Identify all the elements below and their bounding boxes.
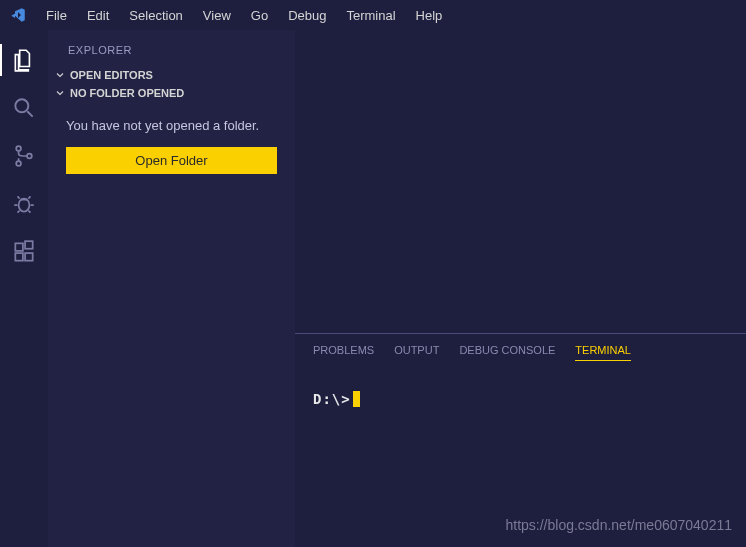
menu-view[interactable]: View bbox=[193, 4, 241, 27]
extensions-icon bbox=[11, 239, 37, 265]
bug-icon bbox=[11, 191, 37, 217]
menu-terminal[interactable]: Terminal bbox=[336, 4, 405, 27]
svg-point-3 bbox=[16, 161, 21, 166]
no-folder-label: NO FOLDER OPENED bbox=[70, 87, 184, 99]
svg-point-4 bbox=[27, 154, 32, 159]
source-control-icon bbox=[11, 143, 37, 169]
chevron-down-icon bbox=[54, 87, 66, 99]
svg-rect-8 bbox=[25, 253, 33, 261]
sidebar: EXPLORER OPEN EDITORS NO FOLDER OPENED Y… bbox=[48, 30, 295, 547]
terminal-cursor bbox=[353, 391, 360, 407]
menu-bar: File Edit Selection View Go Debug Termin… bbox=[36, 4, 452, 27]
menu-edit[interactable]: Edit bbox=[77, 4, 119, 27]
sidebar-title: EXPLORER bbox=[48, 38, 295, 66]
files-icon bbox=[11, 47, 37, 73]
editor-empty bbox=[295, 30, 746, 333]
activity-search[interactable] bbox=[0, 84, 48, 132]
tab-output[interactable]: OUTPUT bbox=[394, 344, 439, 361]
svg-point-0 bbox=[15, 99, 28, 112]
tab-debug-console[interactable]: DEBUG CONSOLE bbox=[459, 344, 555, 361]
tab-terminal[interactable]: TERMINAL bbox=[575, 344, 631, 361]
menu-file[interactable]: File bbox=[36, 4, 77, 27]
open-editors-label: OPEN EDITORS bbox=[70, 69, 153, 81]
menu-help[interactable]: Help bbox=[406, 4, 453, 27]
no-folder-message: You have not yet opened a folder. bbox=[66, 118, 277, 133]
no-folder-section[interactable]: NO FOLDER OPENED bbox=[48, 84, 295, 102]
svg-point-2 bbox=[16, 146, 21, 151]
terminal-prompt: D:\> bbox=[313, 391, 351, 407]
watermark-text: https://blog.csdn.net/me0607040211 bbox=[505, 517, 732, 533]
activity-bar bbox=[0, 30, 48, 547]
panel-tabs: PROBLEMS OUTPUT DEBUG CONSOLE TERMINAL bbox=[295, 334, 746, 371]
search-icon bbox=[11, 95, 37, 121]
menu-go[interactable]: Go bbox=[241, 4, 278, 27]
activity-explorer[interactable] bbox=[0, 36, 48, 84]
terminal-body[interactable]: D:\> bbox=[295, 371, 746, 427]
svg-line-1 bbox=[27, 111, 32, 116]
svg-rect-6 bbox=[15, 243, 23, 251]
titlebar: File Edit Selection View Go Debug Termin… bbox=[0, 0, 746, 30]
activity-debug[interactable] bbox=[0, 180, 48, 228]
activity-source-control[interactable] bbox=[0, 132, 48, 180]
chevron-down-icon bbox=[54, 69, 66, 81]
activity-extensions[interactable] bbox=[0, 228, 48, 276]
bottom-panel: PROBLEMS OUTPUT DEBUG CONSOLE TERMINAL D… bbox=[295, 333, 746, 547]
svg-rect-9 bbox=[25, 241, 33, 249]
svg-rect-7 bbox=[15, 253, 23, 261]
tab-problems[interactable]: PROBLEMS bbox=[313, 344, 374, 361]
menu-selection[interactable]: Selection bbox=[119, 4, 192, 27]
main-area: EXPLORER OPEN EDITORS NO FOLDER OPENED Y… bbox=[0, 30, 746, 547]
menu-debug[interactable]: Debug bbox=[278, 4, 336, 27]
no-folder-body: You have not yet opened a folder. Open F… bbox=[48, 102, 295, 184]
open-folder-button[interactable]: Open Folder bbox=[66, 147, 277, 174]
open-editors-section[interactable]: OPEN EDITORS bbox=[48, 66, 295, 84]
editor-area: PROBLEMS OUTPUT DEBUG CONSOLE TERMINAL D… bbox=[295, 30, 746, 547]
vscode-logo-icon bbox=[8, 5, 28, 25]
